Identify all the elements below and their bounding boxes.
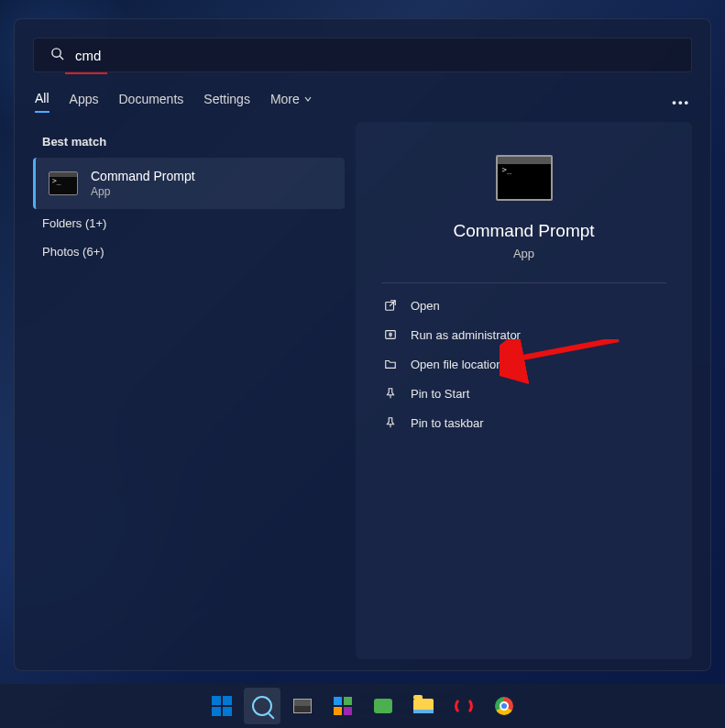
action-pin-to-start[interactable]: Pin to Start	[381, 379, 666, 408]
results-column: Best match Command Prompt App Folders (1…	[33, 122, 345, 659]
start-button[interactable]	[203, 688, 240, 724]
svg-line-3	[390, 301, 395, 306]
chrome-button[interactable]	[486, 688, 522, 724]
action-label: Open file location	[411, 358, 502, 371]
search-icon	[50, 47, 64, 64]
result-subtitle: App	[91, 185, 195, 198]
tab-more[interactable]: More	[270, 92, 313, 112]
detail-title: Command Prompt	[453, 221, 594, 241]
command-prompt-icon	[49, 171, 78, 195]
action-label: Pin to taskbar	[411, 416, 484, 430]
actions-list: Open Run as administrator	[381, 283, 666, 437]
annotation-underline	[65, 72, 107, 74]
category-folders[interactable]: Folders (1+)	[33, 209, 345, 237]
pin-icon	[383, 386, 398, 401]
svg-line-1	[60, 56, 63, 60]
search-input[interactable]	[75, 48, 675, 63]
chrome-icon	[495, 697, 513, 715]
open-icon	[383, 298, 398, 313]
action-run-as-administrator[interactable]: Run as administrator	[381, 320, 666, 349]
category-photos[interactable]: Photos (6+)	[33, 237, 345, 266]
action-pin-to-taskbar[interactable]: Pin to taskbar	[381, 408, 666, 437]
detail-subtitle: App	[513, 247, 534, 260]
start-search-panel: All Apps Documents Settings More ••• Bes…	[14, 18, 711, 671]
result-title: Command Prompt	[91, 169, 195, 183]
admin-shield-icon	[383, 327, 398, 342]
tab-apps[interactable]: Apps	[70, 92, 99, 112]
file-explorer-button[interactable]	[405, 688, 442, 724]
filter-tabs: All Apps Documents Settings More •••	[33, 91, 692, 122]
action-open[interactable]: Open	[381, 291, 666, 320]
widgets-button[interactable]	[324, 688, 361, 724]
chat-button[interactable]	[365, 688, 401, 724]
windows-logo-icon	[212, 696, 232, 716]
detail-panel: Command Prompt App Open	[356, 122, 692, 659]
taskbar-search-button[interactable]	[244, 688, 280, 724]
task-view-icon	[293, 699, 312, 713]
section-best-match: Best match	[33, 122, 345, 158]
tab-settings[interactable]: Settings	[203, 92, 250, 112]
more-options-button[interactable]: •••	[672, 95, 690, 109]
pin-icon	[383, 415, 398, 430]
folder-icon	[383, 357, 398, 371]
action-label: Pin to Start	[411, 387, 469, 401]
chevron-down-icon	[303, 92, 313, 106]
action-label: Open	[411, 299, 440, 313]
taskbar	[0, 684, 725, 728]
opera-icon	[455, 697, 473, 715]
widgets-icon	[334, 697, 352, 715]
result-command-prompt[interactable]: Command Prompt App	[33, 158, 345, 209]
command-prompt-icon	[496, 155, 553, 201]
task-view-button[interactable]	[284, 688, 321, 724]
search-icon	[252, 696, 272, 716]
chat-icon	[374, 699, 392, 713]
tab-documents[interactable]: Documents	[118, 92, 183, 112]
action-label: Run as administrator	[411, 328, 521, 342]
action-open-file-location[interactable]: Open file location	[381, 349, 666, 379]
svg-point-0	[52, 48, 60, 56]
tab-all[interactable]: All	[35, 91, 49, 113]
folder-icon	[413, 699, 434, 713]
search-box[interactable]	[33, 38, 692, 72]
opera-button[interactable]	[445, 688, 482, 724]
